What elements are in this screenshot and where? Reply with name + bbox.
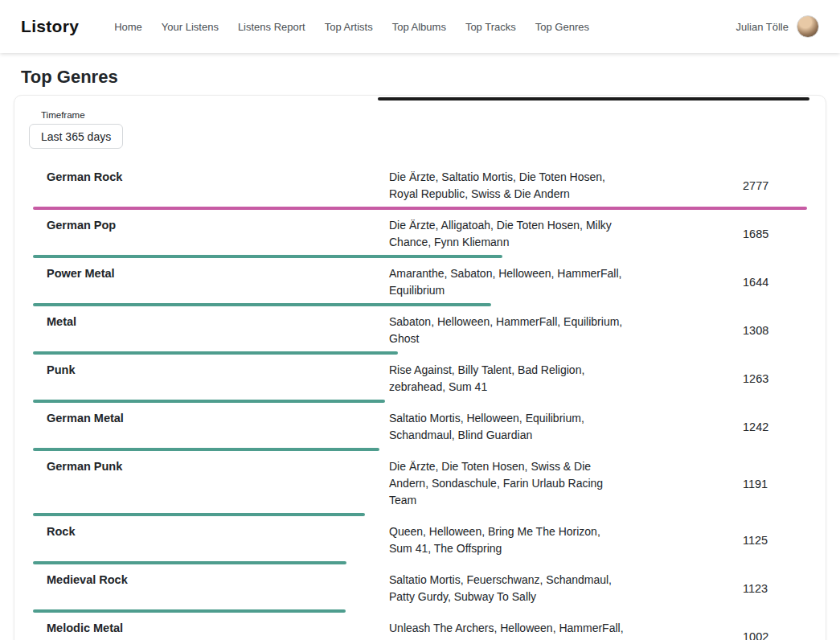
timeframe-label: Timeframe	[41, 110, 811, 120]
genre-count: 1123	[743, 582, 810, 595]
app-logo[interactable]: Listory	[21, 17, 79, 36]
genre-row: Medieval Rock Saltatio Mortis, Feuerschw…	[14, 564, 826, 613]
genre-row: Rock Queen, Helloween, Bring Me The Hori…	[14, 516, 826, 564]
genre-row: German Metal Saltatio Mortis, Helloween,…	[14, 403, 826, 451]
genre-artists: Die Ärzte, Alligatoah, Die Toten Hosen, …	[389, 217, 624, 251]
nav-link-top-tracks[interactable]: Top Tracks	[465, 21, 516, 33]
genre-row: Punk Rise Against, Billy Talent, Bad Rel…	[14, 355, 826, 403]
genre-row: Metal Sabaton, Helloween, HammerFall, Eq…	[14, 306, 826, 355]
top-genres-card: Timeframe Last 365 days German Rock Die …	[14, 95, 826, 640]
genre-artists: Die Ärzte, Die Toten Hosen, Swiss & Die …	[389, 458, 624, 509]
genre-name: Punk	[47, 362, 389, 379]
nav-link-top-genres[interactable]: Top Genres	[535, 21, 589, 33]
genre-artists: Amaranthe, Sabaton, Helloween, HammerFal…	[389, 265, 624, 299]
genre-artists: Die Ärzte, Saltatio Mortis, Die Toten Ho…	[389, 169, 624, 203]
genre-name: German Rock	[47, 169, 389, 186]
horizontal-scrollbar-thumb[interactable]	[378, 97, 809, 101]
nav-link-top-albums[interactable]: Top Albums	[392, 21, 446, 33]
genre-count: 1125	[743, 534, 810, 547]
nav-link-your-listens[interactable]: Your Listens	[162, 21, 219, 33]
main-nav: HomeYour ListensListens ReportTop Artist…	[114, 21, 589, 33]
genre-name: Medieval Rock	[47, 572, 389, 589]
genre-count: 1242	[743, 421, 810, 433]
genre-name: German Metal	[47, 410, 389, 427]
genre-row: German Rock Die Ärzte, Saltatio Mortis, …	[14, 162, 826, 210]
timeframe-select[interactable]: Last 365 days	[29, 124, 123, 149]
genre-row: German Pop Die Ärzte, Alligatoah, Die To…	[14, 210, 826, 258]
genre-name: German Pop	[47, 217, 389, 234]
genre-count: 1191	[743, 478, 810, 490]
genre-count: 1685	[743, 228, 810, 240]
user-avatar[interactable]	[797, 15, 819, 38]
genre-artists: Queen, Helloween, Bring Me The Horizon, …	[389, 523, 624, 557]
nav-link-top-artists[interactable]: Top Artists	[325, 21, 373, 33]
genre-artists: Saltatio Mortis, Helloween, Equilibrium,…	[389, 410, 624, 444]
timeframe-filter: Timeframe Last 365 days	[14, 96, 826, 162]
genre-count: 1263	[743, 372, 810, 385]
genre-row: Melodic Metal Unleash The Archers, Hello…	[14, 613, 826, 640]
page-content: Top Genres Timeframe Last 365 days Germa…	[0, 67, 840, 640]
user-name[interactable]: Julian Tölle	[736, 21, 789, 33]
genre-artists: Unleash The Archers, Helloween, HammerFa…	[389, 620, 624, 640]
genre-count: 1002	[743, 630, 810, 640]
genre-count: 1308	[743, 324, 810, 337]
genre-artists: Saltatio Mortis, Feuerschwanz, Schandmau…	[389, 572, 624, 605]
genre-name: German Punk	[47, 458, 389, 475]
genre-artists: Rise Against, Billy Talent, Bad Religion…	[389, 362, 624, 396]
genre-name: Melodic Metal	[47, 620, 389, 637]
genre-count: 2777	[743, 179, 810, 192]
top-navbar: Listory HomeYour ListensListens ReportTo…	[0, 0, 840, 53]
genre-count: 1644	[743, 276, 810, 289]
genre-artists: Sabaton, Helloween, HammerFall, Equilibr…	[389, 314, 624, 347]
nav-link-home[interactable]: Home	[114, 21, 142, 33]
genre-name: Rock	[47, 523, 389, 540]
genre-name: Power Metal	[47, 265, 389, 282]
nav-link-listens-report[interactable]: Listens Report	[238, 21, 305, 33]
page-title: Top Genres	[21, 67, 819, 88]
genre-list: German Rock Die Ärzte, Saltatio Mortis, …	[14, 162, 826, 640]
genre-row: Power Metal Amaranthe, Sabaton, Hellowee…	[14, 258, 826, 306]
genre-row: German Punk Die Ärzte, Die Toten Hosen, …	[14, 451, 826, 516]
user-area: Julian Tölle	[736, 15, 819, 38]
genre-name: Metal	[47, 314, 389, 330]
